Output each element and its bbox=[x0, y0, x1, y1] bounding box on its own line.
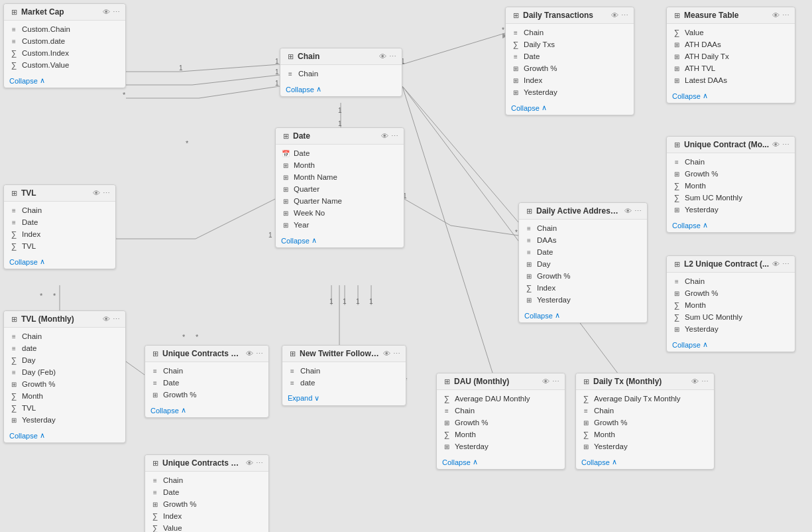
sigma-icon: ∑ bbox=[581, 394, 591, 403]
table-icon: ⊞ bbox=[442, 418, 451, 427]
more-icon[interactable]: ⋯ bbox=[391, 132, 398, 141]
visibility-icon[interactable]: 👁 bbox=[542, 377, 550, 386]
header-actions[interactable]: 👁 ⋯ bbox=[383, 350, 400, 358]
svg-text:1: 1 bbox=[329, 298, 333, 305]
collapse-button[interactable]: Collapse ∧ bbox=[276, 233, 404, 247]
visibility-icon[interactable]: 👁 bbox=[103, 315, 110, 324]
collapse-button[interactable]: Collapse ∧ bbox=[280, 82, 402, 96]
collapse-button[interactable]: Collapse ∧ bbox=[4, 74, 125, 88]
visibility-icon[interactable]: 👁 bbox=[246, 459, 253, 468]
field-name: Yesterday bbox=[594, 442, 628, 450]
sigma-icon: ∑ bbox=[581, 430, 591, 439]
more-icon[interactable]: ⋯ bbox=[389, 52, 396, 61]
visibility-icon[interactable]: 👁 bbox=[624, 207, 632, 216]
header-actions[interactable]: 👁 ⋯ bbox=[542, 377, 559, 386]
collapse-label: Collapse bbox=[524, 312, 553, 320]
header-actions[interactable]: 👁 ⋯ bbox=[772, 141, 789, 149]
more-icon[interactable]: ⋯ bbox=[113, 8, 120, 17]
header-actions[interactable]: 👁 ⋯ bbox=[379, 52, 396, 61]
unique-contracts-de1-table: ⊞ Unique Contracts De... 👁 ⋯ ≡ Chain ≡ D… bbox=[145, 345, 269, 418]
more-icon[interactable]: ⋯ bbox=[256, 459, 263, 468]
more-icon[interactable]: ⋯ bbox=[782, 141, 789, 149]
collapse-button[interactable]: Collapse ∧ bbox=[4, 429, 125, 442]
header-actions[interactable]: 👁 ⋯ bbox=[381, 132, 398, 141]
expand-arrow: ∨ bbox=[314, 394, 319, 402]
collapse-button[interactable]: Collapse ∧ bbox=[667, 89, 795, 103]
header-actions[interactable]: 👁 ⋯ bbox=[93, 189, 110, 198]
svg-text:1: 1 bbox=[338, 107, 342, 114]
more-icon[interactable]: ⋯ bbox=[113, 315, 120, 324]
header-actions[interactable]: 👁 ⋯ bbox=[611, 11, 628, 20]
daily-active-addresses-body: ≡ Chain ≡ DAAs ≡ Date ⊞ Day ⊞ Growth % ∑… bbox=[519, 220, 647, 308]
more-icon[interactable]: ⋯ bbox=[103, 189, 110, 198]
visibility-icon[interactable]: 👁 bbox=[772, 11, 780, 20]
collapse-button[interactable]: Collapse ∧ bbox=[667, 218, 795, 232]
more-icon[interactable]: ⋯ bbox=[393, 350, 400, 358]
more-icon[interactable]: ⋯ bbox=[621, 11, 628, 20]
collapse-button[interactable]: Collapse ∧ bbox=[519, 308, 647, 322]
field-name: Chain bbox=[594, 407, 614, 415]
collapse-arrow: ∧ bbox=[542, 103, 547, 112]
collapse-arrow: ∧ bbox=[555, 311, 560, 320]
daily-active-addresses-title: Daily Active Addresses bbox=[536, 206, 622, 216]
visibility-icon[interactable]: 👁 bbox=[611, 11, 618, 20]
header-actions[interactable]: 👁 ⋯ bbox=[246, 459, 263, 468]
visibility-icon[interactable]: 👁 bbox=[381, 132, 388, 141]
visibility-icon[interactable]: 👁 bbox=[246, 350, 253, 358]
field-name: Chain bbox=[455, 407, 475, 415]
field-row: ≡ Date bbox=[145, 486, 268, 498]
collapse-button[interactable]: Collapse ∧ bbox=[4, 255, 115, 269]
field-row: ∑ Custom.Index bbox=[4, 47, 125, 59]
header-actions[interactable]: 👁 ⋯ bbox=[624, 207, 642, 216]
field-name: Yesterday bbox=[685, 206, 719, 214]
header-actions[interactable]: 👁 ⋯ bbox=[246, 350, 263, 358]
unique-contracts-de1-header: ⊞ Unique Contracts De... 👁 ⋯ bbox=[145, 346, 268, 362]
svg-text:1: 1 bbox=[179, 64, 183, 72]
expand-button[interactable]: Expand ∨ bbox=[282, 391, 406, 405]
visibility-icon[interactable]: 👁 bbox=[691, 377, 699, 386]
more-icon[interactable]: ⋯ bbox=[552, 377, 559, 386]
collapse-button[interactable]: Collapse ∧ bbox=[506, 101, 634, 115]
expand-label: Expand bbox=[288, 394, 312, 402]
more-icon[interactable]: ⋯ bbox=[634, 207, 642, 216]
header-actions[interactable]: 👁 ⋯ bbox=[772, 11, 789, 20]
visibility-icon[interactable]: 👁 bbox=[772, 260, 780, 269]
more-icon[interactable]: ⋯ bbox=[782, 11, 789, 20]
visibility-icon[interactable]: 👁 bbox=[383, 350, 390, 358]
collapse-button[interactable]: Collapse ∧ bbox=[145, 403, 268, 417]
date-title: Date bbox=[293, 131, 378, 141]
svg-text:1: 1 bbox=[275, 58, 279, 65]
header-actions[interactable]: 👁 ⋯ bbox=[772, 260, 789, 269]
more-icon[interactable]: ⋯ bbox=[782, 260, 789, 269]
svg-line-19 bbox=[451, 226, 518, 235]
field-row: ≡ Chain bbox=[506, 27, 634, 38]
more-icon[interactable]: ⋯ bbox=[701, 377, 709, 386]
sigma-icon: ∑ bbox=[511, 40, 520, 49]
dau-monthly-title: DAU (Monthly) bbox=[454, 377, 540, 386]
svg-line-18 bbox=[404, 199, 451, 226]
header-actions[interactable]: 👁 ⋯ bbox=[103, 8, 120, 17]
collapse-arrow: ∧ bbox=[40, 257, 45, 266]
field-row: ≡ Chain bbox=[145, 474, 268, 486]
collapse-button[interactable]: Collapse ∧ bbox=[437, 455, 565, 469]
field-row: ≡ Day (Feb) bbox=[4, 366, 125, 378]
header-actions[interactable]: 👁 ⋯ bbox=[691, 377, 709, 386]
field-row: ∑ Value bbox=[667, 27, 795, 38]
field-name: ATH TVL bbox=[685, 64, 715, 72]
field-row: ∑ Value bbox=[145, 522, 268, 532]
field-row: ⊞ Growth % bbox=[145, 389, 268, 401]
table-icon: ⊞ bbox=[150, 499, 160, 509]
more-icon[interactable]: ⋯ bbox=[256, 350, 263, 358]
field-row: ∑ Month bbox=[667, 180, 795, 192]
visibility-icon[interactable]: 👁 bbox=[93, 189, 100, 198]
visibility-icon[interactable]: 👁 bbox=[379, 52, 386, 61]
visibility-icon[interactable]: 👁 bbox=[103, 8, 110, 17]
collapse-arrow: ∧ bbox=[312, 236, 317, 245]
field-name: Month bbox=[455, 431, 476, 438]
text-icon: ≡ bbox=[524, 247, 534, 257]
table-header-icon: ⊞ bbox=[286, 52, 295, 61]
collapse-button[interactable]: Collapse ∧ bbox=[667, 338, 795, 352]
visibility-icon[interactable]: 👁 bbox=[772, 141, 780, 149]
header-actions[interactable]: 👁 ⋯ bbox=[103, 315, 120, 324]
collapse-button[interactable]: Collapse ∧ bbox=[576, 455, 714, 469]
